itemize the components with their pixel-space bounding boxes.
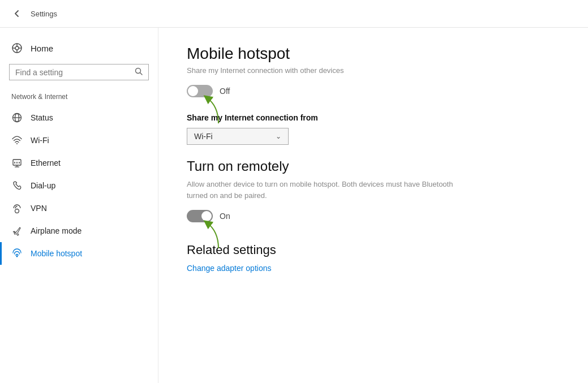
- wifi-label: Wi-Fi: [31, 136, 49, 145]
- search-bar[interactable]: [9, 64, 149, 80]
- toggle-thumb: [188, 86, 198, 96]
- page-subtitle: Share my Internet connection with other …: [187, 66, 560, 75]
- remote-toggle-row: On: [187, 210, 230, 222]
- home-label: Home: [31, 44, 53, 53]
- toggle-on-label: On: [220, 212, 230, 221]
- status-label: Status: [31, 113, 53, 122]
- layout: Home Network & Internet St: [0, 28, 588, 383]
- remote-toggle-thumb: [201, 211, 212, 221]
- page-title: Mobile hotspot: [187, 45, 560, 63]
- sidebar: Home Network & Internet St: [0, 28, 158, 383]
- wifi-icon: [11, 135, 23, 146]
- connection-dropdown-row: Wi-Fi ⌄: [187, 128, 560, 145]
- change-adapter-link[interactable]: Change adapter options: [187, 264, 271, 273]
- svg-line-7: [140, 73, 143, 75]
- sidebar-item-home[interactable]: Home: [0, 37, 158, 59]
- back-button[interactable]: [9, 6, 25, 21]
- share-from-title: Share my Internet connection from: [187, 113, 560, 122]
- top-bar-title: Settings: [31, 10, 57, 18]
- svg-point-18: [15, 209, 19, 213]
- vpn-label: VPN: [31, 204, 47, 213]
- hotspot-toggle-row: Off: [187, 85, 230, 97]
- sidebar-item-vpn[interactable]: VPN: [0, 197, 158, 220]
- status-icon: [11, 112, 23, 123]
- search-icon: [135, 67, 143, 77]
- svg-point-1: [15, 46, 19, 50]
- toggle-off-label: Off: [220, 87, 230, 96]
- dialup-label: Dial-up: [31, 181, 55, 190]
- hotspot-toggle[interactable]: [187, 85, 213, 97]
- section-label: Network & Internet: [0, 89, 158, 106]
- sidebar-item-wifi[interactable]: Wi-Fi: [0, 129, 158, 152]
- main-content: Mobile hotspot Share my Internet connect…: [158, 28, 588, 383]
- search-input[interactable]: [15, 68, 135, 77]
- airplane-label: Airplane mode: [31, 226, 81, 235]
- dialup-icon: [11, 180, 23, 191]
- sidebar-item-hotspot[interactable]: Mobile hotspot: [0, 242, 158, 265]
- ethernet-label: Ethernet: [31, 158, 61, 167]
- connection-dropdown[interactable]: Wi-Fi ⌄: [187, 128, 289, 145]
- sidebar-item-dialup[interactable]: Dial-up: [0, 174, 158, 197]
- svg-point-11: [16, 143, 18, 144]
- top-bar: Settings: [0, 0, 588, 28]
- remote-toggle[interactable]: [187, 210, 213, 222]
- turn-on-title: Turn on remotely: [187, 158, 560, 174]
- sidebar-item-ethernet[interactable]: Ethernet: [0, 152, 158, 174]
- sidebar-item-airplane[interactable]: Airplane mode: [0, 220, 158, 242]
- turn-on-desc: Allow another device to turn on mobile h…: [187, 179, 470, 201]
- chevron-down-icon: ⌄: [276, 132, 281, 140]
- related-settings-title: Related settings: [187, 243, 560, 257]
- airplane-icon: [11, 225, 23, 236]
- vpn-icon: [11, 203, 23, 214]
- hotspot-label: Mobile hotspot: [31, 249, 82, 258]
- home-icon: [11, 42, 23, 54]
- sidebar-item-status[interactable]: Status: [0, 106, 158, 129]
- dropdown-value: Wi-Fi: [194, 132, 213, 141]
- svg-point-19: [16, 256, 18, 257]
- ethernet-icon: [11, 157, 23, 169]
- hotspot-icon: [11, 248, 23, 259]
